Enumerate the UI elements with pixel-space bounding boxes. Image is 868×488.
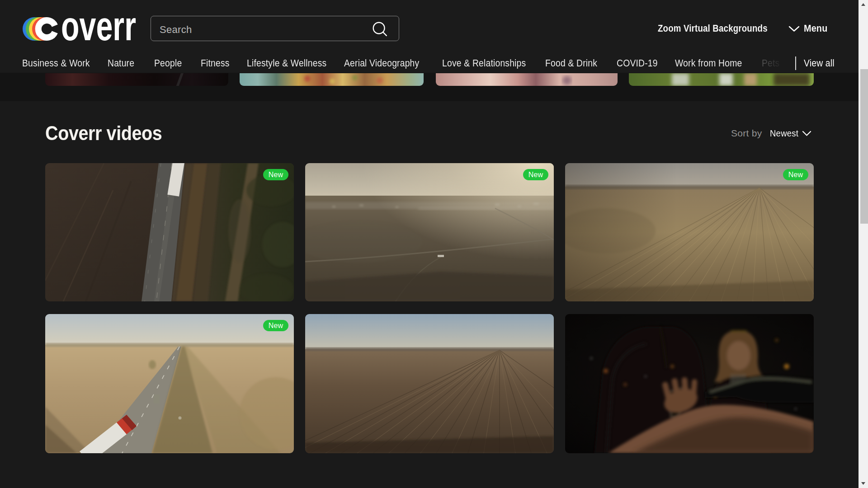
svg-text:overr: overr <box>61 12 136 48</box>
